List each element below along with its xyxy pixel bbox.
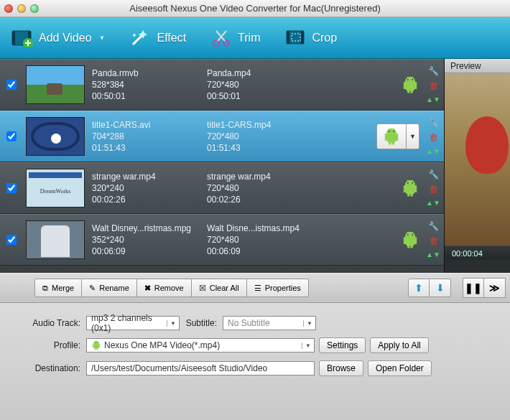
profile-select[interactable]: Nexus One MP4 Video(*.mp4)▼: [86, 338, 315, 353]
output-duration: 01:51:43: [207, 142, 322, 154]
source-info: strange war.mp4 320*240 00:02:26: [92, 171, 207, 206]
preview-time: 00:00:04: [445, 246, 510, 260]
pause-button[interactable]: ❚❚: [463, 278, 484, 298]
destination-label: Destination:: [7, 363, 86, 373]
open-folder-button[interactable]: Open Folder: [368, 360, 432, 376]
output-resolution: 720*480: [207, 182, 322, 194]
remove-icon: ✖: [144, 284, 151, 293]
trim-icon: [210, 27, 232, 49]
output-resolution: 720*480: [207, 131, 322, 142]
source-resolution: 352*240: [92, 234, 207, 246]
properties-icon: ☰: [254, 284, 261, 293]
item-checkbox[interactable]: [6, 235, 17, 245]
browse-button[interactable]: Browse: [319, 360, 363, 376]
properties-label: Properties: [265, 284, 301, 292]
chevron-down-icon: ▼: [302, 342, 311, 349]
trim-button[interactable]: Trim: [205, 23, 266, 53]
source-resolution: 528*384: [92, 79, 207, 90]
source-duration: 01:51:43: [92, 142, 207, 154]
properties-button[interactable]: ☰Properties: [247, 279, 309, 297]
reorder-icon[interactable]: ▲▼: [426, 95, 440, 103]
wrench-icon[interactable]: 🔧: [428, 169, 439, 179]
remove-button[interactable]: ✖Remove: [137, 279, 192, 297]
output-duration: 00:02:26: [207, 194, 322, 205]
source-filename: Panda.rmvb: [92, 67, 207, 79]
source-resolution: 704*288: [92, 131, 207, 142]
svg-rect-9: [287, 31, 289, 44]
audio-track-label: Audio Track:: [7, 318, 86, 328]
audio-track-value: mp3 2 channels (0x1): [91, 313, 167, 333]
move-up-button[interactable]: ⬆: [408, 279, 430, 297]
merge-label: Merge: [52, 284, 74, 292]
output-info: Panda.mp4 720*480 00:50:01: [207, 67, 322, 103]
trash-icon[interactable]: 🗑: [429, 132, 438, 143]
subtitle-label: Subtitle:: [180, 318, 223, 328]
output-filename: Panda.mp4: [207, 67, 322, 79]
output-filename: strange war.mp4: [207, 171, 322, 182]
audio-track-select[interactable]: mp3 2 channels (0x1)▼: [86, 316, 180, 330]
rename-button[interactable]: ✎Rename: [82, 279, 137, 297]
list-item[interactable]: strange war.mp4 320*240 00:02:26 strange…: [0, 162, 444, 214]
output-duration: 00:06:09: [207, 246, 322, 257]
preview-screen: [445, 73, 510, 246]
destination-input[interactable]: /Users/test/Documents/Aiseesoft Studio/V…: [86, 361, 315, 375]
list-item[interactable]: Walt Disney...ristmas.mpg 352*240 00:06:…: [0, 214, 444, 266]
move-down-button[interactable]: ⬇: [430, 279, 451, 297]
output-duration: 00:50:01: [207, 90, 322, 102]
item-checkbox[interactable]: [6, 131, 17, 141]
svg-rect-3: [12, 31, 15, 45]
trim-label: Trim: [238, 32, 260, 45]
source-resolution: 320*240: [92, 182, 207, 194]
crop-label: Crop: [312, 32, 337, 45]
reorder-icon[interactable]: ▲▼: [426, 199, 440, 207]
add-video-label: Add Video: [39, 32, 92, 45]
subtitle-value: No Subtitle: [228, 318, 270, 328]
wrench-icon[interactable]: 🔧: [428, 66, 439, 76]
item-checkbox[interactable]: [6, 80, 17, 90]
add-video-button[interactable]: Add Video ▼: [6, 23, 111, 53]
output-info: strange war.mp4 720*480 00:02:26: [207, 171, 322, 206]
profile-value: Nexus One MP4 Video(*.mp4): [104, 340, 220, 350]
profile-label: Profile:: [7, 340, 86, 350]
source-duration: 00:02:26: [92, 194, 207, 205]
android-icon: [398, 176, 422, 200]
list-item[interactable]: title1-CARS.avi 704*288 01:51:43 title1-…: [0, 111, 444, 162]
profile-quick-dropdown[interactable]: ▼: [407, 123, 419, 149]
thumbnail: [26, 169, 85, 207]
output-resolution: 720*480: [207, 79, 322, 90]
wrench-icon[interactable]: 🔧: [428, 118, 439, 128]
next-button[interactable]: ≫: [484, 278, 506, 298]
effect-button[interactable]: Effect: [124, 23, 192, 53]
add-video-icon: [11, 27, 33, 49]
profile-quick-button[interactable]: [376, 123, 407, 149]
window-title: Aiseesoft Nexus One Video Converter for …: [0, 3, 510, 14]
effect-label: Effect: [157, 32, 186, 45]
svg-rect-10: [301, 31, 304, 44]
subtitle-select[interactable]: No Subtitle▼: [223, 316, 316, 330]
merge-button[interactable]: ⧉Merge: [34, 279, 82, 297]
settings-button[interactable]: Settings: [319, 337, 366, 353]
source-info: Panda.rmvb 528*384 00:50:01: [92, 67, 207, 103]
clear-all-label: Clear All: [210, 284, 239, 292]
thumbnail: [26, 65, 85, 104]
reorder-icon[interactable]: ▲▼: [426, 147, 440, 155]
clear-all-button[interactable]: ☒Clear All: [192, 279, 247, 297]
wrench-icon[interactable]: 🔧: [428, 221, 439, 231]
trash-icon[interactable]: 🗑: [429, 235, 438, 246]
thumbnail: [26, 220, 85, 259]
crop-icon: [284, 27, 306, 49]
apply-to-all-button[interactable]: Apply to All: [370, 337, 428, 353]
trash-icon[interactable]: 🗑: [429, 184, 438, 195]
source-filename: strange war.mp4: [92, 171, 207, 182]
list-item[interactable]: Panda.rmvb 528*384 00:50:01 Panda.mp4 72…: [0, 59, 444, 111]
source-info: Walt Disney...ristmas.mpg 352*240 00:06:…: [92, 223, 207, 258]
source-duration: 00:06:09: [92, 246, 207, 257]
source-duration: 00:50:01: [92, 90, 207, 102]
source-filename: Walt Disney...ristmas.mpg: [92, 223, 207, 234]
trash-icon[interactable]: 🗑: [429, 80, 438, 91]
crop-button[interactable]: Crop: [279, 23, 343, 53]
effect-icon: [129, 27, 151, 49]
remove-label: Remove: [154, 284, 184, 292]
reorder-icon[interactable]: ▲▼: [426, 251, 440, 258]
item-checkbox[interactable]: [6, 183, 17, 193]
